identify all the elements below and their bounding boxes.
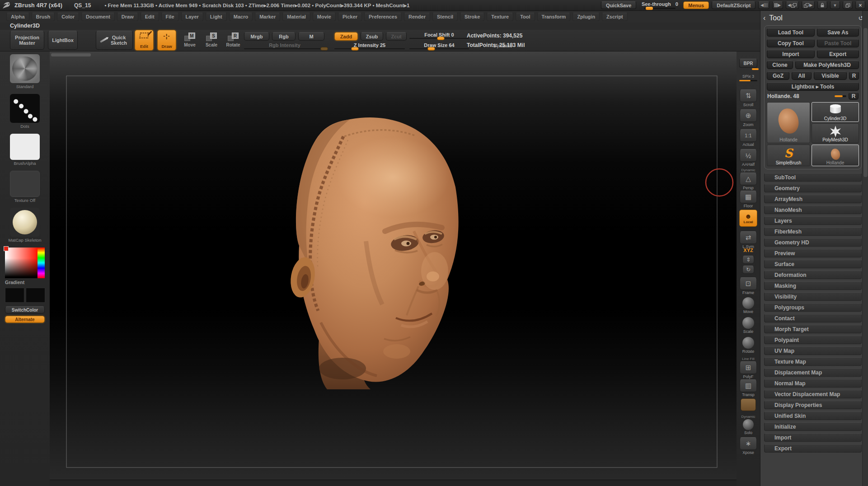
- actual-size-button[interactable]: 1:1 Actual: [737, 129, 760, 147]
- draw-size-knob[interactable]: [427, 47, 435, 51]
- canvas-rotate-button[interactable]: Rotate: [737, 337, 760, 354]
- draw-size-slider[interactable]: Draw Size 64: [409, 42, 469, 50]
- scrollbar-thumb[interactable]: [863, 28, 868, 177]
- tool-section-bar[interactable]: Export: [764, 444, 862, 453]
- stroke-selector[interactable]: Dots: [10, 94, 40, 129]
- tool-section-bar[interactable]: Deformation: [764, 271, 862, 279]
- visible-button[interactable]: Visible: [814, 71, 847, 80]
- projection-master-button[interactable]: Projection Master: [10, 31, 44, 50]
- zcut-button[interactable]: Zcut: [386, 32, 407, 41]
- focal-shift-slider[interactable]: Focal Shift 0: [409, 32, 469, 39]
- rotate-button[interactable]: R Rotate: [223, 33, 243, 47]
- menus-button[interactable]: Menus: [683, 1, 709, 9]
- polyframe-button[interactable]: Line Fill ⊞ PolyF: [737, 357, 760, 379]
- goz-button[interactable]: GoZ: [767, 71, 789, 80]
- canvas-move-button[interactable]: Move: [737, 297, 760, 314]
- local-button[interactable]: ☻ Local: [737, 210, 760, 227]
- zsub-button[interactable]: Zsub: [361, 32, 383, 41]
- tool-panel-scrollbar[interactable]: [862, 11, 868, 486]
- lsym-button[interactable]: ⇄ L.Sym: [737, 231, 760, 249]
- persp-button[interactable]: Dynamic △ Persp: [737, 168, 760, 190]
- saturation-square[interactable]: [5, 248, 38, 278]
- menu-item[interactable]: Zscript: [602, 13, 628, 21]
- switch-color-button[interactable]: SwitchColor: [5, 306, 45, 313]
- export-button[interactable]: Export: [817, 50, 859, 58]
- menu-item[interactable]: Brush: [32, 13, 55, 21]
- mrgb-button[interactable]: Mrgb: [244, 32, 269, 41]
- menu-item[interactable]: Macro: [229, 13, 253, 21]
- tool-section-bar[interactable]: Normal Map: [764, 379, 862, 388]
- menu-item[interactable]: Texture: [487, 13, 513, 21]
- axis-toggle-button[interactable]: ⇕: [737, 256, 760, 264]
- tool-section-bar[interactable]: ArrayMesh: [764, 195, 862, 203]
- texture-selector[interactable]: Texture Off: [10, 171, 40, 203]
- polymesh3d-thumbnail[interactable]: PolyMesh3D: [812, 123, 859, 143]
- menu-item[interactable]: Light: [206, 13, 227, 21]
- close-button[interactable]: ×: [855, 1, 865, 9]
- tool-section-bar[interactable]: NanoMesh: [764, 206, 862, 214]
- lightbox-tools-button[interactable]: Lightbox ▸ Tools: [767, 82, 859, 91]
- menu-item[interactable]: Alpha: [6, 13, 29, 21]
- material-selector[interactable]: MatCap Skeleton: [9, 208, 42, 243]
- save-as-button[interactable]: Save As: [817, 28, 859, 37]
- next-window-button[interactable]: ▶: [802, 1, 815, 9]
- hue-strip[interactable]: [38, 248, 45, 278]
- tool-section-bar[interactable]: Polygroups: [764, 303, 862, 312]
- alpha-thumbnail[interactable]: [10, 134, 40, 160]
- m-button[interactable]: M: [298, 32, 324, 41]
- default-zscript-button[interactable]: DefaultZScript: [712, 1, 755, 9]
- tool-section-bar[interactable]: Layers: [764, 216, 862, 225]
- tool-section-bar[interactable]: Texture Map: [764, 357, 862, 366]
- menu-item[interactable]: Movie: [313, 13, 336, 21]
- tool-section-bar[interactable]: Display Properties: [764, 401, 862, 409]
- tool-section-bar[interactable]: Surface: [764, 260, 862, 268]
- copy-tool-button[interactable]: Copy Tool: [767, 39, 815, 47]
- menu-item[interactable]: Color: [57, 13, 79, 21]
- solo-button[interactable]: Dynamic Solo: [737, 415, 760, 435]
- current-tool-r-button[interactable]: R: [849, 92, 859, 100]
- spix-slider[interactable]: SPix 3: [737, 74, 760, 81]
- spin-button[interactable]: ↻: [737, 266, 760, 274]
- active-tool-thumbnail[interactable]: Hollande: [767, 102, 810, 143]
- secondary-color-swatch[interactable]: [26, 288, 45, 303]
- lock-button[interactable]: [817, 1, 827, 9]
- see-through-knob[interactable]: [646, 7, 653, 10]
- simplebrush-thumbnail[interactable]: S SimpleBrush: [767, 145, 810, 166]
- menu-item[interactable]: Picker: [338, 13, 362, 21]
- tool-section-bar[interactable]: Geometry: [764, 184, 862, 192]
- lightbox-button[interactable]: LightBox: [48, 31, 78, 50]
- document-canvas[interactable]: [50, 51, 737, 480]
- tool-section-bar[interactable]: Polypaint: [764, 336, 862, 344]
- material-thumbnail[interactable]: [10, 208, 40, 237]
- ghost-button[interactable]: [737, 398, 760, 411]
- stroke-thumbnail[interactable]: [10, 94, 40, 123]
- tool-section-bar[interactable]: Contact: [764, 314, 862, 322]
- zoom-button[interactable]: ⊕ Zoom: [737, 109, 760, 127]
- quicksave-button[interactable]: QuickSave: [601, 1, 636, 9]
- focal-shift-knob[interactable]: [437, 37, 445, 40]
- rgb-button[interactable]: Rgb: [272, 32, 296, 41]
- floor-button[interactable]: ▦ Floor: [737, 191, 760, 208]
- minimize-button[interactable]: ▼: [830, 1, 840, 9]
- paste-tool-button[interactable]: Paste Tool: [817, 39, 859, 47]
- menu-item[interactable]: Document: [81, 13, 115, 21]
- scale-button[interactable]: S Scale: [202, 33, 221, 47]
- menu-item[interactable]: Draw: [117, 13, 138, 21]
- make-polymesh3d-button[interactable]: Make PolyMesh3D: [795, 61, 859, 69]
- aahalf-button[interactable]: ½ AAHalf: [737, 149, 760, 167]
- menu-item[interactable]: Layer: [181, 13, 203, 21]
- tool-section-bar[interactable]: Visibility: [764, 292, 862, 301]
- draw-button[interactable]: -¦- Draw: [157, 30, 176, 51]
- prev-window-button[interactable]: ◀: [786, 1, 799, 9]
- z-intensity-knob[interactable]: [351, 47, 359, 51]
- main-color-swatch[interactable]: [5, 288, 24, 303]
- menu-item[interactable]: Tool: [516, 13, 535, 21]
- see-through-slider[interactable]: See-through 0: [639, 1, 680, 9]
- brush-thumbnail[interactable]: [10, 54, 40, 83]
- gradient-label[interactable]: Gradient: [5, 280, 45, 285]
- tool-section-bar[interactable]: Displacement Map: [764, 368, 862, 377]
- tool-section-bar[interactable]: SubTool: [764, 173, 862, 182]
- menu-item[interactable]: Preferences: [364, 13, 402, 21]
- tool-section-bar[interactable]: Preview: [764, 249, 862, 257]
- tool-section-bar[interactable]: Import: [764, 433, 862, 442]
